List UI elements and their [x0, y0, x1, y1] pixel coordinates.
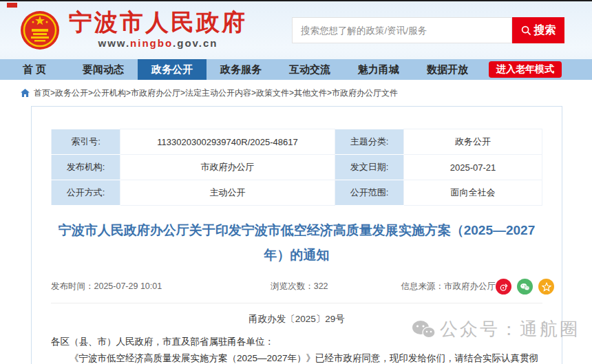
doc-info-value: 2025-07-21 [404, 155, 542, 180]
search-bar: 搜索 [292, 17, 564, 43]
share-buttons [496, 279, 554, 295]
paragraph: 《宁波市低空经济高质量发展实施方案（2025—2027年）》已经市政府同意，现印… [51, 350, 542, 364]
doc-info-value: 市政府办公厅 [120, 155, 335, 180]
table-row: 索引号: 11330203002939740R/2025-48617 主题分类:… [52, 129, 542, 155]
article-body: 各区（县、市）人民政府，市直及部省属驻甬各单位： 《宁波市低空经济高质量发展实施… [51, 334, 542, 364]
doc-info-value: 11330203002939740R/2025-48617 [120, 129, 335, 155]
doc-info-label: 索引号: [52, 129, 120, 155]
search-input[interactable] [292, 17, 512, 43]
article-title: 宁波市人民政府办公厅关于印发宁波市低空经济高质量发展实施方案（2025—2027… [55, 218, 538, 268]
view-count: 浏览次数：322 [271, 281, 328, 292]
info-source: 信息来源：市政府办公厅 [401, 281, 496, 292]
doc-number: 甬政办发〔2025〕29号 [51, 313, 542, 325]
doc-info-label: 发布机构: [52, 155, 120, 180]
doc-info-label: 发文日期: [335, 155, 404, 180]
weibo-icon[interactable] [496, 279, 511, 295]
doc-info-label: 公开方式: [52, 180, 120, 206]
nav-item-interaction[interactable]: 互动交流 [275, 59, 344, 80]
document-panel: 索引号: 11330203002939740R/2025-48617 主题分类:… [31, 106, 562, 364]
site-header: 宁波市人民政府 www.ningbo.gov.cn 搜索 [0, 0, 592, 59]
wechat-icon[interactable] [517, 279, 533, 295]
nav-item-gov-services[interactable]: 政务服务 [207, 59, 275, 80]
main-nav: 首 页 要闻动态 政务公开 政务服务 互动交流 魅力甬城 数据开放 进入老年模式 [0, 59, 592, 80]
elder-mode-button[interactable]: 进入老年模式 [489, 61, 562, 78]
search-button-label: 搜索 [534, 23, 556, 38]
doc-info-value: 政务公开 [404, 129, 542, 155]
nav-item-news[interactable]: 要闻动态 [69, 59, 138, 80]
breadcrumb-path[interactable]: 首页>政务公开>公开机构>市政府办公厅>法定主动公开内容>政策文件>其他文件>市… [34, 87, 398, 99]
search-icon [521, 25, 531, 36]
table-row: 发布机构: 市政府办公厅 发文日期: 2025-07-21 [52, 155, 542, 180]
doc-info-label: 主题分类: [335, 129, 404, 155]
nav-item-home[interactable]: 首 页 [0, 59, 69, 80]
nav-item-charming-yongcheng[interactable]: 魅力甬城 [344, 59, 413, 80]
nav-item-gov-disclosure[interactable]: 政务公开 [138, 59, 207, 80]
paragraph: 各区（县、市）人民政府，市直及部省属驻甬各单位： [51, 334, 542, 350]
site-identity: 宁波市人民政府 www.ningbo.gov.cn [69, 10, 247, 49]
site-title: 宁波市人民政府 [69, 10, 247, 35]
national-emblem-logo[interactable] [19, 10, 61, 51]
doc-info-value: 面向全社会 [404, 180, 542, 206]
publish-time: 发布时间：2025-07-29 10:01 [51, 281, 162, 292]
qzone-star-icon[interactable] [538, 279, 554, 295]
article-meta: 发布时间：2025-07-29 10:01 浏览次数：322 信息来源：市政府办… [51, 279, 542, 303]
nav-item-open-data[interactable]: 数据开放 [413, 59, 482, 80]
doc-info-table: 索引号: 11330203002939740R/2025-48617 主题分类:… [51, 129, 542, 206]
corner-red-mark [7, 3, 17, 8]
search-button[interactable]: 搜索 [512, 17, 564, 43]
doc-info-value: 主动公开 [120, 180, 335, 206]
doc-info-label: 公开范围: [335, 180, 404, 206]
breadcrumb: 首页>政务公开>公开机构>市政府办公厅>法定主动公开内容>政策文件>其他文件>市… [0, 80, 592, 106]
site-url: www.ningbo.gov.cn [69, 37, 247, 49]
home-icon[interactable] [21, 89, 30, 97]
table-row: 公开方式: 主动公开 公开范围: 面向全社会 [52, 180, 542, 206]
